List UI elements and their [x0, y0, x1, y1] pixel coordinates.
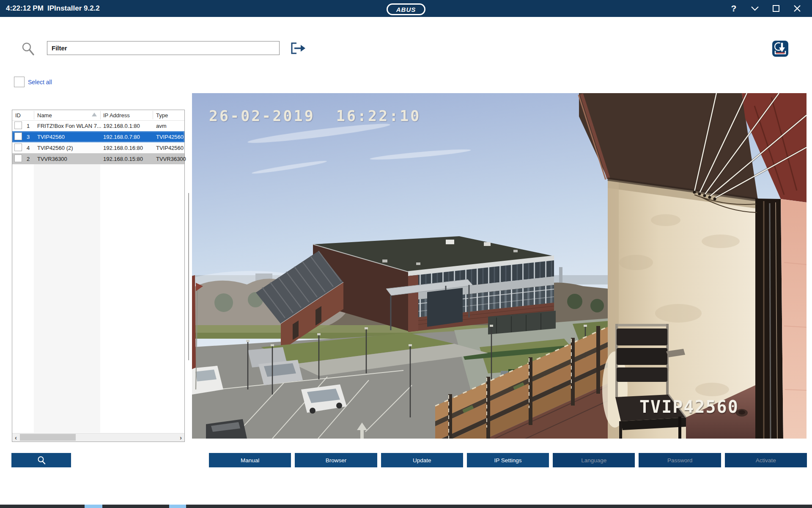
- row-checkbox[interactable]: [14, 133, 22, 140]
- window-controls: ?: [723, 0, 808, 17]
- row-checkbox[interactable]: [14, 144, 22, 151]
- manual-button[interactable]: Manual: [209, 453, 291, 467]
- abus-logo-text: ABUS: [396, 6, 416, 13]
- download-button[interactable]: [772, 41, 788, 57]
- chevron-down-icon: [751, 6, 759, 11]
- clock: 4:22:12 PM: [6, 4, 44, 13]
- column-header-id[interactable]: ID: [15, 110, 21, 120]
- column-header-type[interactable]: Type: [156, 110, 168, 120]
- pane-splitter[interactable]: [188, 193, 189, 360]
- help-button[interactable]: ?: [723, 0, 744, 17]
- download-icon: [772, 41, 788, 57]
- browser-button[interactable]: Browser: [295, 453, 377, 467]
- horizontal-scrollbar[interactable]: ‹ ›: [12, 433, 184, 442]
- row-checkbox[interactable]: [14, 155, 22, 162]
- column-header-ip[interactable]: IP Address: [103, 110, 130, 120]
- update-button[interactable]: Update: [381, 453, 463, 467]
- row-checkbox[interactable]: [14, 121, 22, 129]
- taskbar-highlight: [169, 505, 186, 508]
- export-icon: [290, 42, 306, 55]
- password-button: Password: [639, 453, 721, 467]
- taskbar-highlight: [85, 505, 102, 508]
- search-devices-button[interactable]: [11, 453, 71, 467]
- close-icon: [793, 5, 801, 12]
- scroll-right-arrow[interactable]: ›: [177, 433, 184, 441]
- table-header: ID Name IP Address Type: [12, 110, 184, 121]
- language-button: Language: [553, 453, 635, 467]
- select-all-label: Select all: [28, 79, 52, 86]
- osd-camera-name: TVIP42560: [639, 397, 739, 417]
- camera-scene: [192, 93, 807, 439]
- filter-input[interactable]: [47, 41, 280, 55]
- maximize-button[interactable]: [765, 0, 787, 17]
- search-icon: [21, 41, 36, 57]
- osd-timestamp: 26-02-2019 16:22:10: [209, 108, 421, 124]
- scrollbar-thumb[interactable]: [20, 434, 76, 441]
- action-button-row: Manual Browser Update IP Settings Langua…: [209, 453, 807, 467]
- sorted-column-band: [34, 164, 100, 433]
- table-row-selected[interactable]: 3 TVIP42560 192.168.0.7:80 TVIP42560: [12, 131, 184, 142]
- select-all: Select all: [14, 77, 52, 87]
- camera-preview: 26-02-2019 16:22:10 TVIP42560: [192, 93, 807, 439]
- scroll-left-arrow[interactable]: ‹: [12, 433, 19, 441]
- device-table: ID Name IP Address Type 1 FRITZ!Box Fon …: [12, 110, 185, 442]
- search-icon: [37, 456, 46, 464]
- table-row[interactable]: 1 FRITZ!Box Fon WLAN 7... 192.168.0.1:80…: [12, 120, 184, 131]
- minimize-button[interactable]: [744, 0, 765, 17]
- activate-button: Activate: [725, 453, 807, 467]
- app-title: IPInstaller 9.2.2: [47, 4, 100, 13]
- ip-settings-button[interactable]: IP Settings: [467, 453, 549, 467]
- taskbar-edge: [0, 505, 812, 508]
- maximize-icon: [772, 5, 780, 12]
- table-row[interactable]: 2 TVVR36300 192.168.0.15:80 TVVR36300: [12, 153, 184, 164]
- sort-ascending-icon: [92, 113, 97, 116]
- select-all-checkbox[interactable]: [14, 77, 25, 87]
- titlebar: 4:22:12 PM IPInstaller 9.2.2 ABUS ?: [0, 0, 812, 17]
- abus-logo: ABUS: [387, 3, 425, 15]
- column-header-name[interactable]: Name: [37, 110, 52, 120]
- export-button[interactable]: [290, 42, 306, 55]
- close-button[interactable]: [787, 0, 808, 17]
- table-row[interactable]: 4 TVIP42560 (2) 192.168.0.16:80 TVIP4256…: [12, 142, 184, 153]
